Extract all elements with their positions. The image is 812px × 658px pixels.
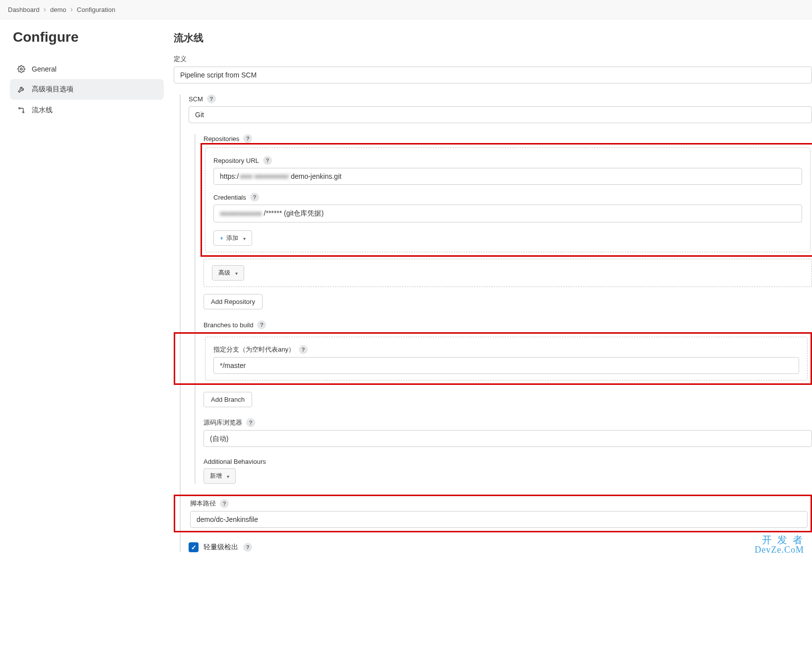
help-icon[interactable]: ? — [243, 543, 252, 552]
scm-select[interactable]: Git — [189, 106, 812, 123]
chevron-down-icon — [225, 473, 229, 480]
main-content: 流水线 定义 Pipeline script from SCM SCM ? Gi… — [169, 19, 812, 575]
sidebar-item-label: 流水线 — [32, 106, 53, 115]
wrench-icon — [17, 85, 26, 93]
sidebar-item-label: 高级项目选项 — [32, 85, 73, 94]
chevron-right-icon — [44, 5, 46, 14]
branch-spec-label: 指定分支（为空时代表any） — [213, 345, 295, 354]
help-icon[interactable]: ? — [246, 418, 255, 427]
add-repository-button[interactable]: Add Repository — [203, 294, 263, 309]
help-icon[interactable]: ? — [299, 345, 308, 354]
lightweight-checkout-checkbox[interactable]: ✓ — [189, 542, 199, 552]
definition-select[interactable]: Pipeline script from SCM — [174, 67, 812, 83]
branch-spec-input[interactable] — [213, 357, 799, 374]
scm-label: SCM — [189, 95, 203, 103]
chevron-down-icon — [241, 235, 246, 242]
help-icon[interactable]: ? — [220, 499, 229, 508]
help-icon[interactable]: ? — [243, 134, 252, 143]
chevron-right-icon — [70, 5, 72, 14]
sidebar-item-label: General — [32, 65, 57, 73]
add-credentials-button[interactable]: +添加 — [213, 230, 252, 246]
chevron-down-icon — [233, 270, 238, 277]
breadcrumb-item[interactable]: Dashboard — [8, 6, 40, 13]
add-behaviour-button[interactable]: 新增 — [203, 468, 236, 484]
credentials-label: Credentials — [213, 194, 246, 201]
sidebar-item-advanced[interactable]: 高级项目选项 — [10, 79, 164, 100]
highlight-script-path: 脚本路径 ? — [174, 495, 812, 532]
help-icon[interactable]: ? — [263, 156, 272, 165]
repository-box: Repository URL ? https:/■■■ ■■■■■■■■/dem… — [205, 147, 811, 252]
repository-url-input[interactable]: https:/■■■ ■■■■■■■■/demo-jenkins.git — [213, 168, 802, 185]
branches-label: Branches to build — [203, 321, 253, 329]
branch-box: 指定分支（为空时代表any） ? — [205, 337, 808, 380]
pipeline-icon — [17, 106, 26, 114]
help-icon[interactable]: ? — [250, 193, 259, 202]
sidebar-item-pipeline[interactable]: 流水线 — [10, 100, 164, 121]
advanced-button[interactable]: 高级 — [212, 265, 244, 281]
repo-browser-select[interactable]: (自动) — [203, 430, 812, 447]
gear-icon — [17, 65, 26, 73]
help-icon[interactable]: ? — [257, 320, 266, 329]
help-icon[interactable]: ? — [207, 94, 216, 103]
svg-point-1 — [19, 108, 20, 109]
section-title: 流水线 — [174, 31, 812, 45]
additional-behaviours-label: Additional Behaviours — [203, 458, 266, 465]
lightweight-checkout-label: 轻量级检出 — [203, 543, 238, 552]
add-branch-button[interactable]: Add Branch — [203, 392, 252, 407]
script-path-label: 脚本路径 — [190, 499, 216, 508]
breadcrumb: Dashboard demo Configuration — [0, 0, 812, 19]
definition-label: 定义 — [174, 55, 812, 64]
repo-url-label: Repository URL — [213, 157, 259, 164]
sidebar-item-general[interactable]: General — [10, 59, 164, 79]
breadcrumb-item[interactable]: Configuration — [77, 6, 115, 13]
page-title: Configure — [10, 29, 164, 45]
svg-point-2 — [23, 112, 24, 113]
repositories-label: Repositories — [203, 135, 239, 143]
highlight-repository: Repository URL ? https:/■■■ ■■■■■■■■/dem… — [201, 143, 812, 257]
highlight-branch: 指定分支（为空时代表any） ? — [174, 332, 812, 385]
svg-point-0 — [20, 68, 22, 70]
advanced-box: 高级 — [203, 259, 812, 287]
repo-browser-label: 源码库浏览器 — [203, 418, 242, 427]
breadcrumb-item[interactable]: demo — [50, 6, 67, 13]
credentials-select[interactable]: ■■■■■■■■■■/****** (git仓库凭据) — [213, 205, 802, 222]
script-path-input[interactable] — [190, 511, 808, 528]
sidebar: Configure General 高级项目选项 流水线 — [0, 19, 169, 575]
